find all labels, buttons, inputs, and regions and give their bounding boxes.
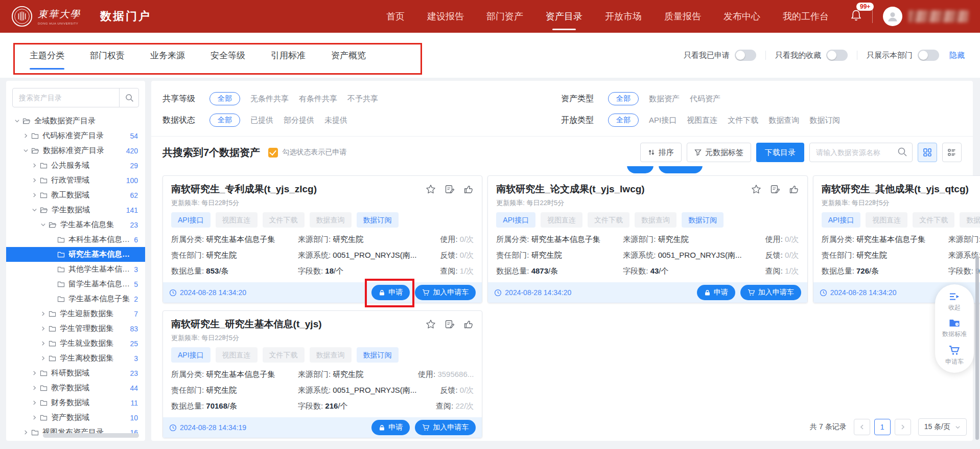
tag-3[interactable]: 数据查询 [310, 347, 352, 363]
tab-3[interactable]: 安全等级 [209, 46, 246, 65]
sidebar-horizontal-scrollbar[interactable] [43, 433, 139, 438]
tree-item-5[interactable]: 教工数据域62 [6, 188, 145, 203]
vertical-scrollbar[interactable] [975, 256, 979, 440]
add-to-cart-button[interactable]: 加入申请车 [740, 285, 801, 300]
tag-0[interactable]: API接口 [171, 212, 211, 228]
next-page-button[interactable] [895, 419, 911, 435]
tag-3[interactable]: 数据查询 [635, 212, 676, 228]
tag-0[interactable]: API接口 [171, 347, 211, 363]
tree-item-6[interactable]: 学生数据域141 [6, 203, 145, 217]
tree-item-16[interactable]: 学生离校数据集3 [6, 351, 145, 366]
download-catalog-button[interactable]: 下载目录 [756, 143, 804, 162]
filter-option-0-0[interactable]: 无条件共享 [250, 94, 289, 104]
nav-item-2[interactable]: 部门资产 [486, 0, 523, 33]
sort-button[interactable]: 排序 [640, 143, 682, 162]
tag-4[interactable]: 数据订阅 [357, 212, 399, 228]
tree-item-13[interactable]: 学生迎新数据集7 [6, 306, 145, 321]
clipped-apply-button[interactable] [627, 166, 654, 173]
page-number-button[interactable]: 1 [874, 419, 891, 435]
toggle-switch-2[interactable] [918, 50, 939, 61]
tag-1[interactable]: 视图直连 [216, 347, 258, 363]
toggle-switch-1[interactable] [826, 50, 848, 61]
add-to-cart-button[interactable]: 加入申请车 [415, 285, 476, 300]
add-to-cart-button[interactable]: 加入申请车 [415, 420, 476, 435]
nav-item-0[interactable]: 首页 [386, 0, 405, 33]
tag-0[interactable]: API接口 [496, 212, 535, 228]
nav-item-4[interactable]: 开放市场 [605, 0, 642, 33]
search-icon[interactable] [897, 147, 907, 157]
tree-item-20[interactable]: 资产数据域10 [6, 410, 145, 425]
apply-button[interactable]: 申请 [371, 285, 410, 300]
prev-page-button[interactable] [854, 419, 870, 435]
toggle-switch-0[interactable] [735, 50, 756, 61]
tag-4[interactable]: 数据订阅 [682, 212, 724, 228]
tab-4[interactable]: 引用标准 [270, 46, 307, 65]
float-item-2[interactable]: 申请车 [935, 345, 974, 366]
card-title[interactable]: 南软研究生_其他成果(t_yjs_qtcg) [822, 183, 969, 196]
user-avatar[interactable] [883, 7, 902, 26]
filter-option-1-1[interactable]: 部分提供 [284, 116, 314, 125]
tree-item-15[interactable]: 学生就业数据集25 [6, 336, 145, 351]
tag-2[interactable]: 文件下载 [263, 212, 305, 228]
tree-item-11[interactable]: 留学生基本信息子集5 [6, 277, 145, 291]
filter-option-0-1[interactable]: 有条件共享 [299, 94, 337, 104]
tab-5[interactable]: 资产概览 [330, 46, 367, 65]
tab-1[interactable]: 部门权责 [89, 46, 126, 65]
tree-item-14[interactable]: 学生管理数据集83 [6, 321, 145, 336]
filter-option-0-2[interactable]: 不予共享 [347, 94, 378, 104]
filter-option-1-0[interactable]: 已提供 [250, 116, 273, 125]
float-item-0[interactable]: 收起 [935, 292, 974, 312]
edit-note-icon[interactable] [445, 319, 455, 329]
tag-2[interactable]: 文件下载 [913, 212, 954, 228]
float-item-1[interactable]: 数据标准 [935, 319, 974, 339]
edit-note-icon[interactable] [445, 184, 455, 194]
list-view-button[interactable] [942, 143, 962, 162]
grid-view-button[interactable] [918, 143, 937, 162]
tree-item-17[interactable]: 科研数据域23 [6, 366, 145, 380]
tree-item-3[interactable]: 公共服务域29 [6, 158, 145, 173]
star-icon[interactable] [426, 319, 436, 329]
apply-button[interactable]: 申请 [697, 285, 735, 300]
tag-1[interactable]: 视图直连 [541, 212, 582, 228]
filter-selected-all[interactable]: 全部 [209, 114, 240, 127]
tree-item-10[interactable]: 其他学生基本信息...3 [6, 262, 145, 277]
notification-bell[interactable]: 99+ [850, 9, 862, 24]
nav-item-1[interactable]: 建设报告 [427, 0, 464, 33]
tree-item-22[interactable]: 数据查询1 [6, 440, 145, 441]
tag-2[interactable]: 文件下载 [263, 347, 305, 363]
filter-option-3-4[interactable]: 数据订阅 [809, 116, 840, 125]
tag-3[interactable]: 数据查询 [960, 212, 980, 228]
filter-option-3-1[interactable]: 视图直连 [687, 116, 717, 125]
tree-item-8[interactable]: 本科生基本信息子集6 [6, 232, 145, 247]
tag-1[interactable]: 视图直连 [216, 212, 258, 228]
sidebar-search-icon[interactable] [119, 88, 139, 107]
like-icon[interactable] [463, 184, 474, 194]
filter-selected-all[interactable]: 全部 [209, 92, 240, 105]
tree-item-0[interactable]: 全域数据资产目录 [6, 114, 145, 128]
tag-4[interactable]: 数据订阅 [357, 347, 399, 363]
tree-item-18[interactable]: 教学数据域44 [6, 380, 145, 395]
star-icon[interactable] [751, 184, 761, 194]
card-title[interactable]: 南软研究生_专利成果(t_yjs_zlcg) [171, 183, 317, 196]
filter-option-2-0[interactable]: 数据资产 [649, 94, 680, 104]
filter-selected-all[interactable]: 全部 [608, 92, 639, 105]
tree-item-9[interactable]: 研究生基本信息子集 [6, 247, 145, 262]
metadata-tags-button[interactable]: 元数据标签 [687, 143, 751, 162]
tag-0[interactable]: API接口 [822, 212, 861, 228]
tag-1[interactable]: 视图直连 [866, 212, 907, 228]
filter-option-3-3[interactable]: 数据查询 [768, 116, 799, 125]
filter-option-1-2[interactable]: 未提供 [324, 116, 347, 125]
page-size-select[interactable]: 15 条/页 [918, 418, 967, 436]
like-icon[interactable] [463, 319, 474, 329]
redacted-username[interactable] [908, 10, 969, 23]
tree-item-7[interactable]: 学生基本信息集23 [6, 217, 145, 232]
filter-option-3-0[interactable]: API接口 [649, 116, 676, 125]
clipped-add-cart-button[interactable] [659, 166, 703, 173]
apply-button[interactable]: 申请 [371, 420, 410, 435]
tree-item-19[interactable]: 财务数据域11 [6, 395, 145, 410]
card-title[interactable]: 南软研究生_研究生基本信息(t_yjs) [171, 318, 322, 331]
tab-2[interactable]: 业务来源 [149, 46, 186, 65]
tree-item-12[interactable]: 学生基本信息子集2 [6, 291, 145, 306]
tab-0[interactable]: 主题分类 [29, 46, 65, 65]
nav-item-3[interactable]: 资产目录 [546, 0, 582, 33]
